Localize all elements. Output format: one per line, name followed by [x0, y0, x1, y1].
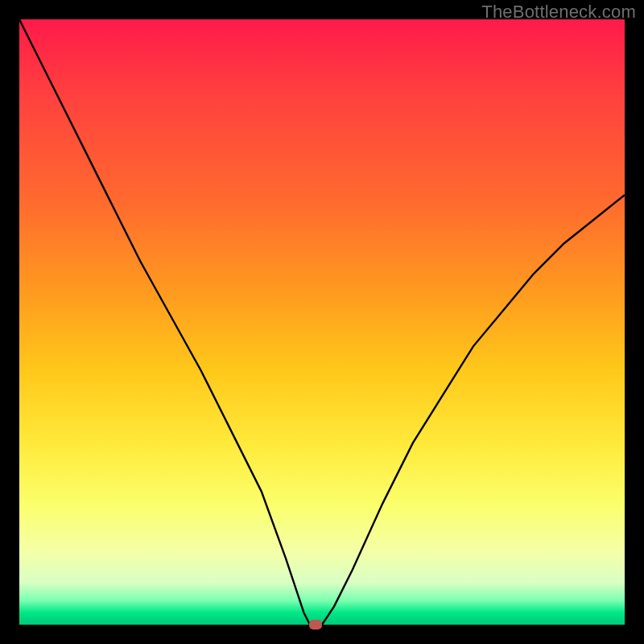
curve-svg	[19, 19, 625, 625]
plot-area	[19, 19, 625, 625]
optimal-point-marker	[309, 620, 322, 630]
chart-frame: TheBottleneck.com	[0, 0, 644, 644]
bottleneck-curve	[19, 19, 625, 625]
